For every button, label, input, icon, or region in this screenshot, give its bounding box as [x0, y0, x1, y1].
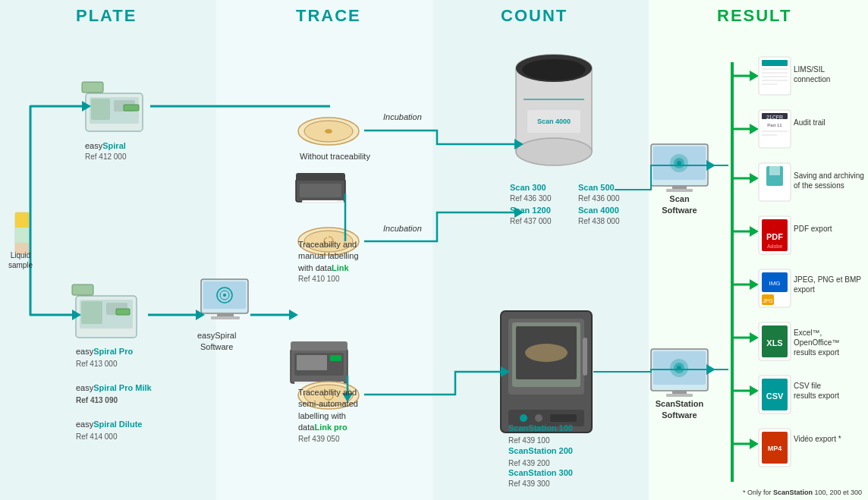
section-count-header: COUNT — [501, 6, 568, 26]
bg-count — [432, 0, 649, 500]
section-trace-header: TRACE — [296, 6, 361, 26]
section-plate-header: PLATE — [76, 6, 137, 26]
bg-trace — [216, 0, 432, 500]
bg-result — [649, 0, 868, 500]
bg-plate — [0, 0, 216, 500]
section-result-header: RESULT — [717, 6, 791, 26]
